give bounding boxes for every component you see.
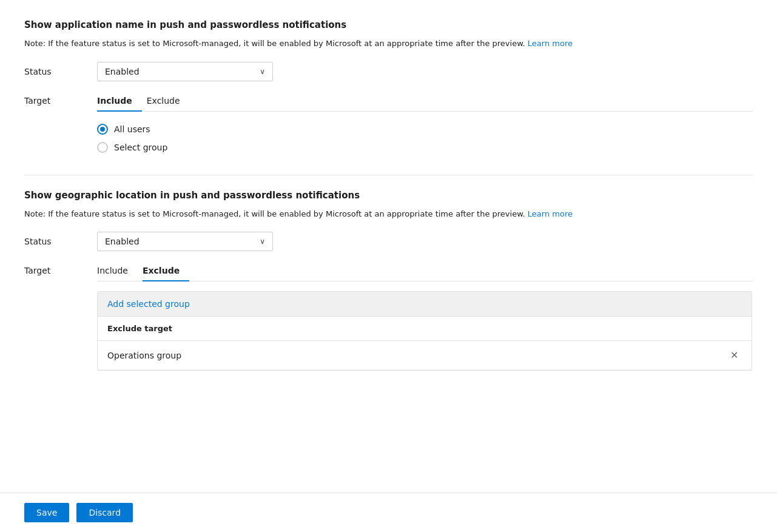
footer-bar: Save Discard xyxy=(0,493,777,532)
section1-radio-select-group-circle xyxy=(97,142,108,153)
section1-target-control: Include Exclude All users Select group xyxy=(97,91,753,155)
section2-target-label: Target xyxy=(24,261,97,275)
section2-add-group-bar: Add selected group xyxy=(98,292,752,317)
section2-exclude-target-header: Exclude target xyxy=(98,317,752,341)
section1-status-label: Status xyxy=(24,62,97,76)
bottom-spacer xyxy=(24,390,753,414)
section2-status-value: Enabled xyxy=(105,237,140,246)
section1-status-control: Enabled ∨ xyxy=(97,62,753,81)
section2-status-dropdown[interactable]: Enabled ∨ xyxy=(97,232,273,251)
section2-add-group-link[interactable]: Add selected group xyxy=(107,299,190,309)
section1-radio-select-group[interactable]: Select group xyxy=(97,142,753,153)
section1-radio-all-users-circle xyxy=(97,124,108,135)
section2-tab-include[interactable]: Include xyxy=(97,261,138,281)
section1-radio-select-group-label: Select group xyxy=(114,143,167,152)
section1-learn-more-link[interactable]: Learn more xyxy=(528,39,573,48)
section1-target-row: Target Include Exclude All users Select … xyxy=(24,91,753,155)
section-geo-location: Show geographic location in push and pas… xyxy=(24,190,753,371)
discard-button[interactable]: Discard xyxy=(76,503,133,522)
section2-note: Note: If the feature status is set to Mi… xyxy=(24,208,753,220)
section2-status-row: Status Enabled ∨ xyxy=(24,232,753,251)
section-divider xyxy=(24,175,753,175)
section1-chevron-icon: ∨ xyxy=(260,67,265,76)
section1-tabs: Include Exclude xyxy=(97,91,753,112)
section1-note: Note: If the feature status is set to Mi… xyxy=(24,38,753,50)
section2-exclude-item-name: Operations group xyxy=(107,351,181,360)
section2-remove-item-button[interactable]: ✕ xyxy=(727,348,742,362)
section2-tab-exclude[interactable]: Exclude xyxy=(143,261,189,281)
section2-status-control: Enabled ∨ xyxy=(97,232,753,251)
section1-status-row: Status Enabled ∨ xyxy=(24,62,753,81)
section2-chevron-icon: ∨ xyxy=(260,237,265,246)
section1-radio-all-users[interactable]: All users xyxy=(97,124,753,135)
section1-radio-all-users-label: All users xyxy=(114,124,150,134)
section2-exclude-panel: Add selected group Exclude target Operat… xyxy=(97,291,752,371)
section1-tab-exclude[interactable]: Exclude xyxy=(147,91,190,112)
section2-target-row: Target Include Exclude Add selected grou… xyxy=(24,261,753,371)
close-icon: ✕ xyxy=(730,349,738,361)
save-button[interactable]: Save xyxy=(24,503,69,522)
section2-title: Show geographic location in push and pas… xyxy=(24,190,753,201)
section1-target-label: Target xyxy=(24,91,97,106)
section1-status-dropdown[interactable]: Enabled ∨ xyxy=(97,62,273,81)
section1-tab-include[interactable]: Include xyxy=(97,91,142,112)
section2-learn-more-link[interactable]: Learn more xyxy=(528,209,573,218)
section1-status-value: Enabled xyxy=(105,67,140,76)
section-app-name: Show application name in push and passwo… xyxy=(24,19,753,155)
section1-radio-group: All users Select group xyxy=(97,121,753,155)
section2-exclude-item: Operations group ✕ xyxy=(98,341,752,370)
section2-tabs: Include Exclude xyxy=(97,261,753,281)
section2-status-label: Status xyxy=(24,232,97,246)
section1-title: Show application name in push and passwo… xyxy=(24,19,753,30)
section2-target-control: Include Exclude Add selected group Exclu… xyxy=(97,261,753,371)
